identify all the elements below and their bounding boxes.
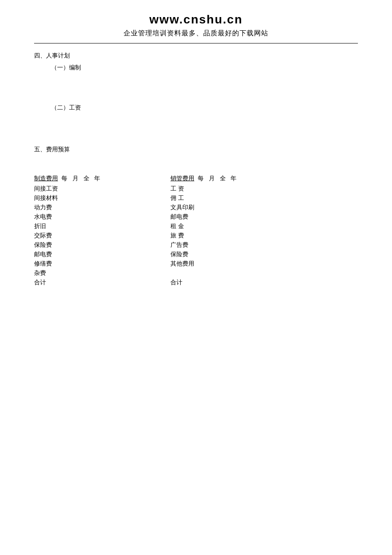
left-col2-header: 全 年 <box>84 175 102 182</box>
section4-title: 四、人事计划 <box>34 52 358 60</box>
left-row-label: 间接工资 <box>34 185 60 193</box>
left-row-label: 水电费 <box>34 213 60 221</box>
right-main-header: 销管费用 <box>170 175 194 182</box>
right-expense-row: 保险费 <box>170 250 315 259</box>
right-expense-row: 文具印刷 <box>170 203 315 212</box>
left-expense-row: 间接材料 <box>34 194 153 203</box>
left-expense-row: 合计 <box>34 278 153 287</box>
right-row-label: 文具印刷 <box>170 204 196 211</box>
left-row-label: 合计 <box>34 279 60 286</box>
expense-left-col: 间接工资间接材料动力费水电费折旧交际费保险费邮电费修缮费杂费合计 <box>34 184 153 287</box>
right-expense-row: 合计 <box>170 278 315 287</box>
left-expense-row: 修缮费 <box>34 259 153 269</box>
expense-header-row: 制造费用 每 月 全 年 销管费用 每 月 全 年 <box>34 175 358 182</box>
right-row-label: 租 金 <box>170 223 196 230</box>
right-row-label: 邮电费 <box>170 213 196 221</box>
right-row-label: 旅 费 <box>170 232 196 240</box>
site-subtitle: 企业管理培训资料最多、品质最好的下载网站 <box>34 29 358 38</box>
right-row-label: 保险费 <box>170 251 196 258</box>
right-header-group: 销管费用 每 月 全 年 <box>170 175 315 182</box>
right-row-label: 合计 <box>170 279 196 286</box>
right-expense-row <box>170 269 315 278</box>
right-expense-row: 广告费 <box>170 240 315 250</box>
right-expense-row: 其他费用 <box>170 259 315 269</box>
site-title: www.cnshu.cn <box>34 13 358 26</box>
left-expense-row: 杂费 <box>34 269 153 278</box>
right-expense-row: 佣 工 <box>170 194 315 203</box>
page-header: www.cnshu.cn 企业管理培训资料最多、品质最好的下载网站 <box>34 13 358 38</box>
right-expense-row: 旅 费 <box>170 231 315 240</box>
right-expense-row: 租 金 <box>170 222 315 231</box>
left-expense-row: 间接工资 <box>34 184 153 194</box>
left-row-label: 动力费 <box>34 204 60 211</box>
section4-sub2: （二）工资 <box>51 104 358 112</box>
right-row-label: 佣 工 <box>170 194 196 202</box>
left-expense-row: 折旧 <box>34 222 153 231</box>
spacer-1 <box>34 76 358 101</box>
right-col1-header: 每 月 <box>198 175 216 182</box>
section4-sub1: （一）编制 <box>51 64 358 72</box>
left-expense-row: 保险费 <box>34 240 153 250</box>
right-row-label: 工 资 <box>170 185 196 193</box>
left-header-group: 制造费用 每 月 全 年 <box>34 175 162 182</box>
left-col1-header: 每 月 <box>61 175 80 182</box>
expense-table: 制造费用 每 月 全 年 销管费用 每 月 全 年 间接工资间接材料动力费水电费… <box>34 175 358 287</box>
spacer-3 <box>34 158 358 171</box>
left-row-label: 交际费 <box>34 232 60 240</box>
section5-title: 五、费用预算 <box>34 146 358 153</box>
left-row-label: 杂费 <box>34 269 60 277</box>
right-expense-row: 工 资 <box>170 184 315 194</box>
left-row-label: 间接材料 <box>34 194 60 202</box>
left-row-label: 折旧 <box>34 223 60 230</box>
right-col2-header: 全 年 <box>220 175 239 182</box>
left-main-header: 制造费用 <box>34 175 58 182</box>
left-expense-row: 水电费 <box>34 212 153 222</box>
expense-right-col: 工 资佣 工文具印刷邮电费租 金旅 费广告费保险费其他费用合计 <box>170 184 315 287</box>
left-expense-row: 动力费 <box>34 203 153 212</box>
right-row-label: 广告费 <box>170 241 196 249</box>
spacer-2 <box>34 116 358 142</box>
left-row-label: 修缮费 <box>34 260 60 268</box>
left-row-label: 保险费 <box>34 241 60 249</box>
expense-data-rows: 间接工资间接材料动力费水电费折旧交际费保险费邮电费修缮费杂费合计 工 资佣 工文… <box>34 184 358 287</box>
right-row-label: 其他费用 <box>170 260 196 268</box>
right-expense-row: 邮电费 <box>170 212 315 222</box>
left-row-label: 邮电费 <box>34 251 60 258</box>
left-expense-row: 交际费 <box>34 231 153 240</box>
header-divider <box>34 43 358 43</box>
left-expense-row: 邮电费 <box>34 250 153 259</box>
